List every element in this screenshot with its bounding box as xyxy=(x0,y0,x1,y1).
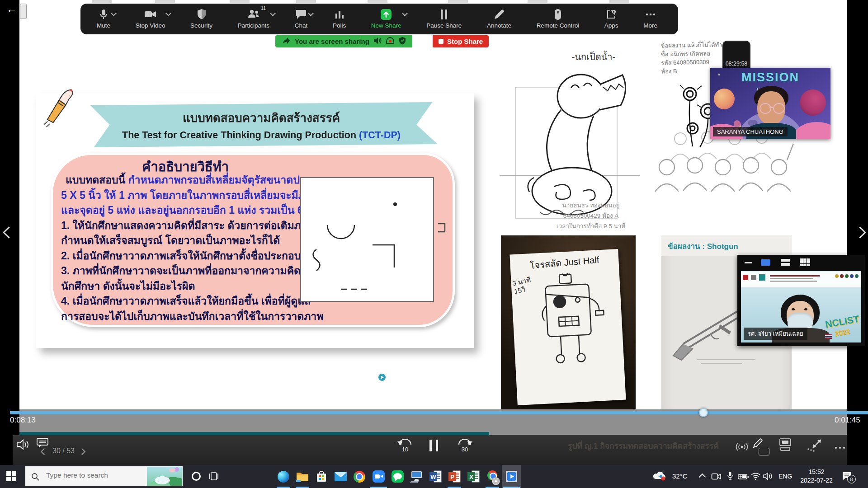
weather-cloud-icon[interactable] xyxy=(652,470,667,483)
picture-in-picture-icon[interactable] xyxy=(759,448,769,455)
start-button[interactable] xyxy=(6,471,16,483)
instruction-line: กำหนดให้เสร็จสมบูรณ์ โดยวาดเป็นภาพอะไรก็… xyxy=(61,233,341,249)
audio-share-icon[interactable] xyxy=(373,37,382,46)
toolbar-item-new-share[interactable]: New Share xyxy=(371,4,401,34)
next-page-button[interactable] xyxy=(79,448,86,455)
fullscreen-expand-icon[interactable] xyxy=(807,437,825,454)
toolbar-item-apps[interactable]: Apps xyxy=(604,4,618,34)
more-options-icon[interactable] xyxy=(834,442,846,450)
camera-in-use-icon[interactable] xyxy=(711,473,722,482)
toolbar-item-participants[interactable]: 11 Participants xyxy=(238,4,270,34)
screen-sharing-banner: You are screen sharing xyxy=(275,35,412,47)
stop-icon xyxy=(439,39,443,44)
previous-slide-arrow[interactable] xyxy=(3,226,15,239)
microphone-icon xyxy=(98,8,109,21)
notification-center-icon[interactable]: 8 xyxy=(842,471,853,483)
toolbar-item-pause-share[interactable]: Pause Share xyxy=(426,4,462,34)
taskbar-edge-icon[interactable] xyxy=(274,465,293,488)
instruction-line: 2. เมื่อนักศึกษาวาดภาพเสร็จให้นักศึกษาตั… xyxy=(61,249,341,264)
rewind-10-button[interactable]: 10 xyxy=(397,438,413,456)
stop-share-button[interactable]: Stop Share xyxy=(433,35,489,47)
taskbar-file-explorer-icon[interactable] xyxy=(293,465,312,488)
taskbar-mail-icon[interactable] xyxy=(331,465,350,488)
scrollbar-thumb[interactable] xyxy=(20,4,27,19)
taskbar-clock[interactable]: 15:52 2022-07-22 xyxy=(797,468,836,485)
svg-text:10: 10 xyxy=(402,446,408,453)
toolbar-item-remote-control[interactable]: Remote Control xyxy=(537,4,580,34)
battery-icon[interactable] xyxy=(738,474,749,482)
progress-bar[interactable] xyxy=(10,411,868,414)
taskbar-movies-tv-icon[interactable] xyxy=(502,465,521,488)
window-tab-fragment xyxy=(609,0,629,3)
toolbar-item-polls[interactable]: Polls xyxy=(333,4,346,34)
toolbar-item-annotate[interactable]: Annotate xyxy=(487,4,511,34)
broadcast-icon[interactable] xyxy=(735,441,749,454)
slide-title-en-text: The Test for Creative Thinking Drawing P… xyxy=(122,130,356,141)
pause-button[interactable] xyxy=(429,440,438,451)
player-control-bar: 30 / 53 10 30 รูปที่ ญ.1 กิจกรรมทดสอบควา… xyxy=(13,435,847,465)
recording-icon[interactable] xyxy=(386,37,395,46)
video-panel-toolbar xyxy=(737,255,865,270)
conference-brand-text: NCLIST xyxy=(825,314,860,330)
minimize-icon[interactable] xyxy=(745,262,752,263)
tray-expand-icon[interactable] xyxy=(699,474,706,481)
back-arrow-icon[interactable]: ← xyxy=(6,3,17,15)
remaining-time: 0:01:45 xyxy=(835,416,860,425)
zoom-toolbar: Mute Stop Video Security 11 Participants… xyxy=(80,4,678,34)
language-indicator[interactable]: ENG xyxy=(778,473,792,480)
clock-time: 15:52 xyxy=(797,468,836,476)
webcam-overlay-top[interactable]: MISSION TO THE SARANYA CHUATHONG xyxy=(710,68,830,139)
chevron-down-icon[interactable] xyxy=(166,10,172,16)
forward-30-button[interactable]: 30 xyxy=(457,438,473,456)
participant-name-label: SARANYA CHUATHONG xyxy=(713,127,788,136)
taskbar-excel-icon[interactable]: X xyxy=(464,465,483,488)
stack-view-icon[interactable] xyxy=(781,259,790,266)
chevron-down-icon[interactable] xyxy=(270,10,276,16)
toolbar-label: Apps xyxy=(604,22,618,29)
toolbar-item-stop-video[interactable]: Stop Video xyxy=(136,4,165,34)
caption-line: นายธนธร ทองดอนอยู่ xyxy=(539,200,643,211)
chevron-down-icon[interactable] xyxy=(111,10,117,16)
toolbar-item-security[interactable]: Security xyxy=(190,4,212,34)
taskbar-chrome-media-icon[interactable] xyxy=(483,465,502,488)
chevron-down-icon[interactable] xyxy=(308,10,314,16)
progress-knob[interactable] xyxy=(699,408,708,417)
person-eye xyxy=(804,308,807,310)
temperature-readout[interactable]: 32°C xyxy=(672,472,688,480)
volume-tray-icon[interactable] xyxy=(763,472,774,482)
taskbar-line-icon[interactable] xyxy=(388,465,407,488)
volume-icon[interactable] xyxy=(16,439,30,452)
instruction-line: 3. ภาพที่นักศึกษาวาดจะเป็นภาพที่ออกมาจาก… xyxy=(61,263,341,279)
keyboard-display-icon[interactable] xyxy=(778,438,792,453)
webcam-overlay-bottom[interactable]: NCLIST 2022 รศ. จริยา เหมียนเฉลย xyxy=(737,255,865,346)
task-view-icon[interactable] xyxy=(209,472,219,483)
chevron-down-icon[interactable] xyxy=(402,10,408,16)
taskbar-search[interactable] xyxy=(25,466,183,487)
taskbar-powerpoint-icon[interactable]: P xyxy=(445,465,464,488)
presentation-slide: แบบทดสอบความคิดสร้างสรรค์ The Test for C… xyxy=(36,93,474,348)
video-feed: NCLIST 2022 รศ. จริยา เหมียนเฉลย xyxy=(741,271,861,343)
taskbar-word-icon[interactable]: W xyxy=(426,465,445,488)
figure-caption: รูปที่ ญ.1 กิจกรรมทดสอบความคิดสร้างสรรค์ xyxy=(568,440,719,452)
taskbar-remote-desktop-icon[interactable] xyxy=(407,465,426,488)
search-input[interactable] xyxy=(45,471,142,480)
microphone-in-use-icon[interactable] xyxy=(727,471,733,483)
toolbar-item-more[interactable]: More xyxy=(643,4,657,34)
annotate-pencil-icon[interactable] xyxy=(752,437,764,450)
toolbar-item-mute[interactable]: Mute xyxy=(97,4,110,34)
bing-daily-image[interactable] xyxy=(147,467,182,486)
security-shield-icon[interactable] xyxy=(399,37,406,47)
gallery-view-icon[interactable] xyxy=(800,258,810,266)
cortana-icon[interactable] xyxy=(192,472,201,481)
window-tab-fragment xyxy=(528,0,547,3)
taskbar-microsoft-store-icon[interactable] xyxy=(312,465,331,488)
taskbar-zoom-icon[interactable] xyxy=(369,465,388,488)
toolbar-item-chat[interactable]: Chat xyxy=(295,4,308,34)
toolbar-label: Polls xyxy=(333,22,346,29)
taskbar-chrome-icon[interactable] xyxy=(350,465,369,488)
search-icon xyxy=(31,472,40,483)
wifi-icon[interactable] xyxy=(750,472,761,482)
next-slide-arrow[interactable] xyxy=(854,226,866,239)
speaker-view-icon[interactable] xyxy=(761,259,770,266)
sponsor-logos xyxy=(835,274,859,278)
